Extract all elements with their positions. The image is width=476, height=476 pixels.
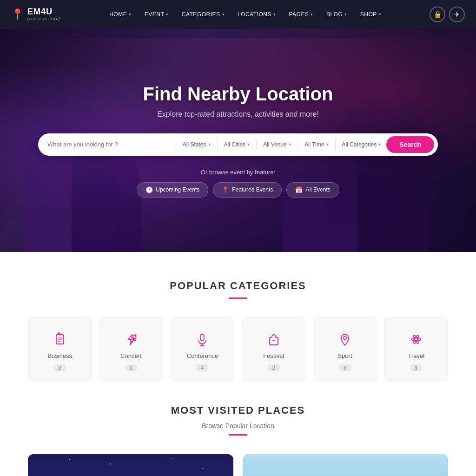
hero-subtitle: Explore top-rated attractions, activitie… (0, 110, 476, 119)
nav-event[interactable]: EVENT ▾ (139, 7, 174, 21)
nav-locations[interactable]: LOCATIONS ▾ (232, 7, 281, 21)
search-bar: All States ▾ All Cities ▾ All Venue ▾ Al… (38, 133, 438, 156)
chevron-down-icon: ▾ (208, 142, 211, 147)
popular-categories-title: POPULAR CATEGORIES (28, 280, 448, 292)
category-sport[interactable]: Sport 3 (313, 317, 377, 381)
featured-events-pill[interactable]: 📍 Featured Events (213, 182, 282, 198)
logo-sub: professional (27, 17, 61, 21)
festival-icon (265, 331, 282, 348)
logo-icon: 📍 (11, 8, 24, 20)
chevron-down-icon: ▾ (311, 12, 313, 17)
venue-dropdown[interactable]: All Venue ▾ (258, 141, 297, 148)
nav-pages[interactable]: PAGES ▾ (283, 7, 318, 21)
concert-label: Concert (107, 352, 155, 359)
travel-count: 1 (410, 364, 422, 371)
travel-icon (408, 331, 424, 348)
chevron-down-icon: ▾ (273, 12, 276, 17)
browse-section: Or browse event by feature: 🕐 Upcoming E… (0, 169, 476, 198)
sport-count: 3 (339, 364, 351, 371)
conference-count: 4 (196, 364, 208, 371)
festival-label: Festival (250, 352, 298, 359)
divider (256, 139, 257, 150)
chevron-down-icon: ▾ (166, 12, 169, 17)
chevron-down-icon: ▾ (222, 12, 225, 17)
sport-icon (337, 331, 353, 348)
main-nav: HOME ▾ EVENT ▾ CATEGORIES ▾ LOCATIONS ▾ … (104, 7, 387, 21)
clock-icon: 🕐 (145, 186, 153, 193)
category-travel[interactable]: Travel 1 (384, 317, 448, 381)
place-card-right[interactable] (243, 454, 448, 476)
category-festival[interactable]: Festival 2 (242, 317, 305, 381)
search-button[interactable]: Search (386, 136, 434, 153)
navbar-actions: 🔒 ✈ (430, 7, 465, 22)
hero-title: Find Nearby Location (0, 84, 476, 105)
travel-label: Travel (392, 352, 440, 359)
navbar: 📍 EM4U professional HOME ▾ EVENT ▾ CATEG… (0, 0, 476, 29)
business-count: 2 (54, 364, 66, 371)
divider (217, 139, 218, 150)
most-visited-subtitle: Browse Popular Location (28, 422, 448, 430)
chevron-down-icon: ▾ (289, 142, 291, 147)
place-image-left (28, 454, 233, 476)
nav-categories[interactable]: CATEGORIES ▾ (176, 7, 230, 21)
nav-home[interactable]: HOME ▾ (104, 7, 137, 21)
submit-button[interactable]: ✈ (449, 7, 465, 22)
chevron-down-icon: ▾ (129, 12, 132, 17)
most-visited-header: MOST VISITED PLACES Browse Popular Locat… (28, 404, 448, 436)
concert-icon (123, 331, 139, 348)
chevron-down-icon: ▾ (326, 142, 329, 147)
section-header: POPULAR CATEGORIES (28, 280, 448, 299)
popular-categories-section: POPULAR CATEGORIES Business 2 (0, 252, 476, 404)
categories-dropdown[interactable]: All Categories ▾ (337, 141, 387, 148)
place-card-left[interactable] (28, 454, 233, 476)
logo-text: EM4U professional (27, 7, 61, 21)
states-dropdown[interactable]: All States ▾ (177, 141, 216, 148)
section-underline (229, 298, 247, 299)
logo[interactable]: 📍 EM4U professional (11, 7, 61, 21)
business-icon (52, 331, 68, 348)
category-concert[interactable]: Concert 2 (99, 317, 163, 381)
sport-label: Sport (321, 352, 369, 359)
chevron-down-icon: ▾ (379, 12, 382, 17)
divider (298, 139, 298, 150)
festival-count: 2 (268, 364, 280, 371)
place-image-right (243, 454, 448, 476)
svg-point-13 (343, 337, 346, 340)
nav-shop[interactable]: SHOP ▾ (355, 7, 387, 21)
business-label: Business (36, 352, 84, 359)
category-conference[interactable]: Conference 4 (171, 317, 234, 381)
hero-content: Find Nearby Location Explore top-rated a… (0, 84, 476, 198)
places-grid (28, 454, 448, 476)
upcoming-events-pill[interactable]: 🕐 Upcoming Events (137, 182, 208, 198)
chevron-down-icon: ▾ (378, 142, 381, 147)
categories-grid: Business 2 Concert 2 (28, 317, 448, 381)
conference-label: Conference (178, 352, 226, 359)
category-business[interactable]: Business 2 (28, 317, 92, 381)
search-input[interactable] (47, 141, 175, 148)
time-dropdown[interactable]: All Time ▾ (299, 141, 334, 148)
concert-count: 2 (125, 364, 137, 371)
browse-label: Or browse event by feature: (0, 169, 476, 176)
chevron-down-icon: ▾ (247, 142, 250, 147)
all-events-pill[interactable]: 📅 All Events (286, 182, 339, 198)
logo-main: EM4U (27, 7, 61, 17)
section-underline (229, 434, 247, 436)
most-visited-section: MOST VISITED PLACES Browse Popular Locat… (0, 404, 476, 476)
divider (176, 139, 176, 150)
hero-section: Find Nearby Location Explore top-rated a… (0, 29, 476, 252)
most-visited-title: MOST VISITED PLACES (28, 404, 448, 416)
calendar-icon: 📅 (295, 186, 303, 193)
conference-icon (194, 331, 211, 348)
nav-blog[interactable]: BLOG ▾ (321, 7, 353, 21)
login-button[interactable]: 🔒 (430, 7, 445, 22)
cities-dropdown[interactable]: All Cities ▾ (218, 141, 256, 148)
pin-icon: 📍 (222, 186, 229, 193)
svg-rect-0 (56, 335, 64, 344)
svg-point-14 (415, 338, 417, 341)
divider (335, 139, 336, 150)
browse-pills: 🕐 Upcoming Events 📍 Featured Events 📅 Al… (0, 182, 476, 198)
svg-rect-9 (200, 334, 204, 341)
chevron-down-icon: ▾ (344, 12, 347, 17)
